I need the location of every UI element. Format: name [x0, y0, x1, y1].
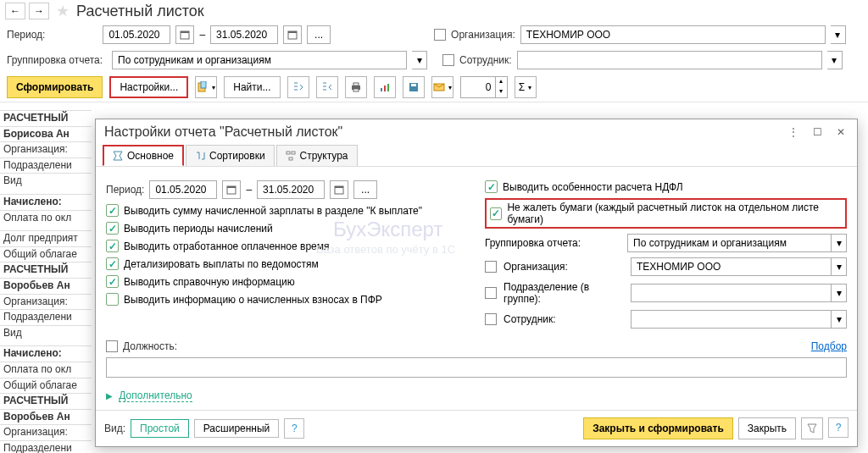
- save-button[interactable]: [403, 76, 425, 98]
- expand-all-button[interactable]: [287, 76, 309, 98]
- favorite-star-icon[interactable]: ★: [56, 2, 70, 20]
- check-detail-payments[interactable]: [106, 257, 119, 270]
- view-label: Вид:: [104, 423, 125, 434]
- collapse-all-button[interactable]: [316, 76, 338, 98]
- tab-main[interactable]: Основное: [103, 145, 184, 166]
- chevron-down-icon[interactable]: ▾: [832, 310, 847, 329]
- nav-back-button[interactable]: ←: [5, 3, 25, 19]
- svg-rect-10: [384, 86, 386, 91]
- chart-button[interactable]: [374, 76, 396, 98]
- check-paper-highlight: Не жалеть бумаги (каждый расчетный листо…: [485, 198, 847, 229]
- svg-rect-19: [227, 186, 236, 188]
- spin-down[interactable]: ▾: [495, 87, 507, 97]
- chevron-down-icon[interactable]: ▾: [832, 234, 847, 252]
- m-dept-checkbox[interactable]: [485, 287, 497, 299]
- filter-toggle-button[interactable]: [801, 417, 823, 439]
- m-emp-label: Сотрудник:: [504, 313, 624, 325]
- help-button[interactable]: ?: [284, 418, 304, 439]
- calendar-icon[interactable]: [222, 180, 241, 199]
- position-label: Должность:: [123, 340, 177, 352]
- m-org-label: Организация:: [504, 261, 624, 273]
- chevron-down-icon[interactable]: ▾: [827, 51, 843, 69]
- employee-checkbox[interactable]: [442, 54, 454, 66]
- calendar-icon[interactable]: [283, 25, 302, 44]
- paste-button[interactable]: ▾: [195, 76, 217, 98]
- sigma-button[interactable]: Σ▾: [515, 76, 537, 98]
- period-from-input[interactable]: [103, 25, 170, 44]
- background-report: РАСЧЕТНЫЙБорисова АнОрганизация:Подразде…: [0, 110, 92, 453]
- check-paper[interactable]: [490, 207, 502, 220]
- svg-rect-17: [289, 157, 292, 160]
- form-button[interactable]: Сформировать: [7, 76, 103, 98]
- m-org-checkbox[interactable]: [485, 261, 497, 273]
- more-link[interactable]: Дополнительно: [119, 389, 192, 402]
- org-label: Организация:: [451, 29, 515, 41]
- tab-struct[interactable]: Структура: [276, 145, 358, 166]
- close-and-form-button[interactable]: Закрыть и сформировать: [583, 417, 733, 439]
- find-button[interactable]: Найти...: [224, 76, 280, 98]
- spin-value[interactable]: [461, 81, 495, 93]
- view-advanced-button[interactable]: Расширенный: [194, 419, 280, 438]
- m-emp-input[interactable]: [631, 310, 832, 329]
- settings-modal: Настройки отчета "Расчетный листок" ⋮ ☐ …: [95, 119, 858, 447]
- mail-button[interactable]: ▾: [431, 76, 453, 98]
- period-select-button[interactable]: ...: [307, 25, 331, 44]
- employee-label: Сотрудник:: [459, 54, 512, 66]
- check-ndfl[interactable]: [485, 180, 498, 193]
- m-period-label: Период:: [106, 184, 144, 196]
- position-checkbox[interactable]: [106, 340, 118, 352]
- svg-rect-13: [411, 84, 416, 86]
- maximize-button[interactable]: ☐: [810, 124, 825, 140]
- spin-up[interactable]: ▴: [495, 77, 507, 87]
- svg-rect-21: [335, 186, 343, 188]
- period-dash: –: [199, 29, 205, 41]
- close-button[interactable]: Закрыть: [738, 417, 796, 439]
- org-input[interactable]: [520, 25, 826, 44]
- tab-sort[interactable]: Сортировки: [186, 145, 275, 166]
- m-grouping-input[interactable]: [627, 234, 832, 252]
- grouping-input[interactable]: [112, 51, 407, 69]
- period-to-input[interactable]: [210, 25, 278, 44]
- page-title: Расчетный листок: [76, 3, 204, 20]
- selection-link[interactable]: Подбор: [811, 340, 847, 352]
- chevron-down-icon[interactable]: ▾: [831, 25, 846, 44]
- svg-rect-8: [353, 89, 359, 91]
- org-checkbox[interactable]: [434, 29, 446, 41]
- calendar-icon[interactable]: [330, 180, 348, 199]
- employee-input[interactable]: [517, 51, 822, 69]
- chevron-down-icon[interactable]: ▾: [832, 257, 847, 276]
- grouping-label: Группировка отчета:: [7, 54, 107, 66]
- chevron-right-icon: ▶: [106, 391, 113, 401]
- check-worked-time[interactable]: [106, 240, 119, 252]
- m-period-select[interactable]: ...: [353, 180, 377, 199]
- close-icon[interactable]: ✕: [833, 124, 849, 140]
- position-input[interactable]: [106, 357, 847, 378]
- svg-rect-1: [181, 31, 189, 33]
- view-simple-button[interactable]: Простой: [131, 419, 189, 438]
- check-pfr[interactable]: [106, 293, 119, 306]
- spin-input[interactable]: ▴▾: [460, 76, 508, 98]
- svg-rect-7: [353, 83, 359, 86]
- chevron-down-icon[interactable]: ▾: [832, 284, 847, 302]
- svg-rect-16: [292, 152, 295, 154]
- chevron-down-icon[interactable]: ▾: [412, 51, 427, 69]
- m-dept-input[interactable]: [631, 284, 832, 302]
- m-org-input[interactable]: [631, 257, 832, 276]
- check-ref-info[interactable]: [106, 275, 119, 288]
- check-periods[interactable]: [106, 222, 119, 235]
- nav-forward-button[interactable]: →: [29, 3, 49, 19]
- svg-rect-11: [387, 84, 389, 91]
- svg-rect-5: [201, 81, 206, 88]
- m-period-to[interactable]: [257, 180, 325, 199]
- modal-title: Настройки отчета "Расчетный листок": [104, 124, 342, 140]
- m-period-from[interactable]: [149, 180, 217, 199]
- more-menu-button[interactable]: ⋮: [786, 124, 801, 140]
- calendar-icon[interactable]: [175, 25, 194, 44]
- m-emp-checkbox[interactable]: [485, 313, 497, 325]
- print-button[interactable]: [345, 76, 367, 98]
- help-button-2[interactable]: ?: [828, 417, 849, 438]
- check-sum[interactable]: [106, 204, 119, 217]
- m-grouping-label: Группировка отчета:: [485, 237, 620, 249]
- settings-button[interactable]: Настройки...: [109, 76, 188, 98]
- svg-rect-3: [288, 31, 297, 33]
